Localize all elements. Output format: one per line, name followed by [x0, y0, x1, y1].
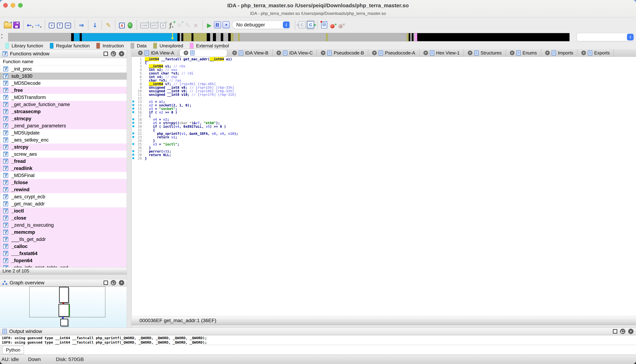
- tab-close-icon[interactable]: ×: [276, 50, 281, 55]
- function-row[interactable]: f_fread: [0, 158, 127, 165]
- debugger-pause-button[interactable]: ▌▌: [213, 20, 222, 30]
- output-log[interactable]: 18F0: using guessed type __int64 __fastc…: [0, 335, 636, 345]
- open-file-button[interactable]: [3, 20, 13, 30]
- output-float-button[interactable]: [620, 329, 625, 334]
- tab-hex-view-1[interactable]: ×Hex View-1: [419, 49, 464, 57]
- tab-enums[interactable]: ×Enums: [506, 49, 541, 57]
- tab-close-icon[interactable]: ×: [545, 50, 550, 55]
- function-row[interactable]: f___fxstat64: [0, 250, 127, 257]
- search-immediate-value-button[interactable]: #: [48, 20, 56, 30]
- step-into-button[interactable]: C◀: [298, 20, 306, 30]
- code-line[interactable]: 6 int v4; // ebp: [132, 75, 636, 78]
- problems-window-button[interactable]: A: [118, 20, 126, 30]
- graph-maximize-button[interactable]: [104, 281, 108, 285]
- code-line[interactable]: 27 perror(v3);: [132, 149, 636, 153]
- remove-breakpoint-button[interactable]: ×: [336, 20, 345, 30]
- function-row[interactable]: f_strcasecmp: [0, 108, 127, 115]
- graph-close-button[interactable]: ×: [119, 280, 124, 286]
- code-line[interactable]: 17 {: [132, 114, 636, 118]
- tab-structures[interactable]: ×Structures: [464, 49, 506, 57]
- analysis-indicator-icon[interactable]: [126, 20, 134, 30]
- tab-close-icon[interactable]: ×: [184, 50, 188, 55]
- highlight-tool-button[interactable]: ✎: [104, 20, 113, 30]
- tab-close-icon[interactable]: ×: [321, 50, 325, 55]
- tab-pseudocode-a[interactable]: ×Pseudocode-A: [368, 49, 419, 57]
- code-line[interactable]: 19 v5 = strcpy((char *)&v7, "eth0");: [132, 121, 636, 124]
- code-line[interactable]: 1__int64 __fastcall get_mac_addr(__int64…: [132, 57, 636, 61]
- delete-function-button[interactable]: ×: [192, 20, 200, 30]
- code-line[interactable]: 4 int v2; // eax: [132, 68, 636, 71]
- function-row[interactable]: f_fclose: [0, 179, 127, 186]
- function-row[interactable]: f_strncpy: [0, 115, 127, 122]
- tab-close-icon[interactable]: ×: [468, 50, 472, 55]
- code-line[interactable]: 13 v1 = a1;: [132, 100, 636, 103]
- command-line-input[interactable]: [24, 345, 636, 354]
- graph-float-button[interactable]: [111, 280, 116, 286]
- navigate-back-button[interactable]: ←▾: [26, 20, 34, 30]
- output-maximize-button[interactable]: [613, 329, 617, 334]
- code-line[interactable]: 10 unsigned __int8 v9; // [rsp+16h] [rbp…: [132, 89, 636, 92]
- functions-close-button[interactable]: ×: [119, 51, 124, 56]
- function-row[interactable]: f_zend_is_executing: [0, 222, 127, 229]
- function-row[interactable]: fsub_1630: [0, 72, 127, 80]
- code-line[interactable]: 11 unsigned __int8 v10; // [rsp+17h] [rb…: [132, 92, 636, 96]
- code-line[interactable]: 21 {: [132, 128, 636, 132]
- function-row[interactable]: f___tls_get_addr: [0, 236, 127, 243]
- code-line[interactable]: 15 v3 = "socket";: [132, 107, 636, 110]
- debugger-windows-button[interactable]: [320, 20, 328, 30]
- code-line[interactable]: 14 v2 = socket(2, 1, 0);: [132, 103, 636, 107]
- function-row[interactable]: f_MD5Update: [0, 129, 127, 136]
- function-row[interactable]: f_close: [0, 214, 127, 222]
- code-line[interactable]: 2{: [132, 61, 636, 64]
- panel-splitter[interactable]: [127, 50, 131, 328]
- code-line[interactable]: 25 v3 = "ioctl";: [132, 142, 636, 146]
- function-row[interactable]: f_ioctl: [0, 207, 127, 214]
- create-function-button[interactable]: ƒ+▾: [167, 20, 175, 30]
- function-row[interactable]: f_free: [0, 87, 127, 94]
- functions-maximize-button[interactable]: [104, 52, 108, 56]
- code-line[interactable]: 26 }: [132, 146, 636, 149]
- tab-ida-view-c[interactable]: ×IDA View-C: [273, 49, 317, 57]
- function-row[interactable]: f_memcmp: [0, 229, 127, 236]
- function-row[interactable]: f_fopen64: [0, 257, 127, 264]
- code-line[interactable]: 28 return 0LL;: [132, 153, 636, 156]
- output-close-button[interactable]: ×: [628, 329, 633, 334]
- code-line[interactable]: 9 unsigned __int8 v8; // [rsp+15h] [rbp-…: [132, 86, 636, 89]
- function-name-column-header[interactable]: Function name: [0, 58, 127, 66]
- create-data-button[interactable]: DATA+: [150, 20, 159, 30]
- code-line[interactable]: 5 const char *v3; // rdi: [132, 71, 636, 75]
- code-line[interactable]: 3 __int64 v1; // rbx: [132, 64, 636, 68]
- search-byte-sequence-button[interactable]: 101: [64, 20, 72, 30]
- code-line[interactable]: 23 return v1;: [132, 135, 636, 139]
- create-code-button[interactable]: CODE+: [140, 20, 150, 30]
- add-breakpoint-button[interactable]: +: [328, 20, 336, 30]
- functions-float-button[interactable]: [111, 51, 116, 56]
- code-line[interactable]: 29}: [132, 156, 636, 160]
- function-row[interactable]: f_MD5Decode: [0, 80, 127, 87]
- function-row[interactable]: f_get_mac_addr: [0, 200, 127, 207]
- tab-exports[interactable]: ×Exports: [577, 49, 614, 57]
- code-line[interactable]: 24 }: [132, 139, 636, 142]
- code-line[interactable]: 16 if ( v2 >= 0 ): [132, 110, 636, 114]
- jump-to-address-button[interactable]: ⇒: [77, 20, 86, 30]
- pseudocode-view[interactable]: 1__int64 __fastcall get_mac_addr(__int64…: [131, 57, 636, 316]
- tab-close-icon[interactable]: ×: [232, 50, 237, 55]
- save-file-button[interactable]: [13, 20, 21, 30]
- debugger-stop-button[interactable]: ■: [222, 20, 230, 30]
- function-row[interactable]: f_strcpy: [0, 144, 127, 150]
- tab-close-icon[interactable]: ×: [138, 50, 143, 55]
- code-line[interactable]: 20 if ( ioctl(v4, 0x8927uLL, v5) >= 0 ): [132, 124, 636, 128]
- tab-close-icon[interactable]: ×: [510, 50, 514, 55]
- code-line[interactable]: 22 php_sprintf(v1, &unk_38FA, v8, v9, v1…: [132, 132, 636, 135]
- tab-active-view[interactable]: ×: [180, 49, 227, 56]
- tab-imports[interactable]: ×Imports: [541, 49, 578, 57]
- code-line[interactable]: 8 __int64 v7; // [rsp+0h] [rbp-48h]: [132, 82, 636, 86]
- step-over-button[interactable]: C▶: [306, 20, 315, 30]
- debugger-run-button[interactable]: ▶: [205, 20, 213, 30]
- function-row[interactable]: f_init_proc: [0, 66, 127, 72]
- python-interpreter-button[interactable]: Python: [3, 346, 24, 354]
- tab-close-icon[interactable]: ×: [372, 50, 377, 55]
- navband-jump-combobox[interactable]: ▲▼: [577, 33, 634, 41]
- code-line[interactable]: 18 v4 = v2;: [132, 118, 636, 121]
- function-row[interactable]: f_php_info_print_table_end: [0, 264, 127, 267]
